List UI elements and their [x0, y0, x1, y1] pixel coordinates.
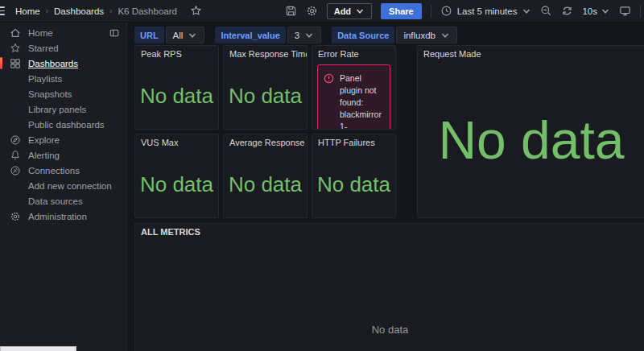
panel-request-made: Request Made No data	[417, 45, 644, 218]
top-nav-bar: Home › Dashboards › K6 Dashboard Add	[0, 0, 644, 23]
panel-error-rate: Error Rate Panel plugin not found: black…	[312, 45, 396, 130]
sidebar-item-label: Add new connection	[28, 181, 112, 191]
menu-icon[interactable]	[0, 5, 6, 18]
sidebar-item-label: Public dashboards	[28, 120, 105, 130]
sidebar-nav: Home Starred Dashboards Playlists Snapsh…	[0, 23, 127, 351]
sidebar-item-home[interactable]: Home	[0, 25, 126, 40]
sidebar-item-label: Explore	[28, 135, 60, 145]
toolbar-divider	[640, 5, 641, 18]
time-range-picker[interactable]: Last 5 minutes	[440, 5, 532, 17]
app-body: Home Starred Dashboards Playlists Snapsh…	[0, 23, 644, 351]
dashboard-settings-gear-icon[interactable]	[306, 5, 318, 17]
no-data-text: No data	[140, 84, 213, 109]
sidebar-item-label: Snapshots	[28, 89, 72, 99]
refresh-icon[interactable]	[561, 5, 573, 17]
plug-icon	[10, 165, 21, 176]
sidebar-item-connections[interactable]: Connections	[0, 163, 126, 178]
breadcrumb: Home › Dashboards › K6 Dashboard	[15, 5, 202, 17]
sidebar-item-add-new-connection[interactable]: Add new connection	[0, 178, 126, 193]
monitor-icon[interactable]	[619, 5, 631, 17]
no-data-text: No data	[229, 172, 302, 197]
sidebar-item-label: Data sources	[28, 196, 83, 206]
chevron-down-icon	[188, 31, 197, 40]
variable-interval-value: 3	[295, 31, 299, 40]
breadcrumb-separator: ›	[109, 6, 112, 15]
panel-peak-rps: Peak RPS No data	[134, 45, 219, 130]
share-button-label: Share	[389, 6, 414, 16]
no-data-text: No data	[140, 172, 213, 197]
panel-title[interactable]: Error Rate	[312, 46, 395, 63]
panel-title[interactable]: HTTP Failures	[312, 134, 395, 151]
breadcrumb-home[interactable]: Home	[15, 6, 40, 16]
sidebar-item-explore[interactable]: Explore	[0, 132, 126, 147]
clock-icon	[440, 5, 452, 17]
sidebar-item-administration[interactable]: Administration	[0, 209, 126, 224]
panel-plugin-error: Panel plugin not found: blackmirror1-sin…	[317, 64, 390, 130]
sidebar-item-starred[interactable]: Starred	[0, 40, 126, 56]
sidebar-item-label: Connections	[28, 166, 80, 176]
sidebar-item-label: Home	[28, 28, 53, 38]
no-data-text: No data	[229, 84, 302, 109]
sidebar-item-data-sources[interactable]: Data sources	[0, 193, 126, 209]
variable-url-dropdown[interactable]: All	[166, 27, 205, 43]
sidebar-item-label: Dashboards	[28, 59, 78, 68]
variable-interval-dropdown[interactable]: 3	[287, 27, 321, 43]
breadcrumb-current-dashboard: K6 Dashboard	[118, 6, 177, 16]
add-button-label: Add	[334, 6, 351, 16]
panel-title[interactable]: Request Made	[418, 46, 644, 63]
panel-all-metrics: ALL METRICS No data	[134, 223, 644, 351]
panel-title[interactable]: Peak RPS	[135, 46, 218, 63]
variable-url-label: URL	[134, 27, 164, 43]
add-button[interactable]: Add	[327, 3, 372, 19]
panel-title[interactable]: Average Response Ti	[224, 134, 307, 151]
dashboard-variables: URL All Interval_value 3 Data Source inf…	[134, 27, 457, 43]
variable-data-source: Data Source influxdb	[332, 27, 457, 43]
sidebar-item-alerting[interactable]: Alerting	[0, 147, 126, 163]
favorite-star-icon[interactable]	[190, 5, 202, 17]
variable-data-source-dropdown[interactable]: influxdb	[396, 27, 457, 43]
panel-title[interactable]: VUS Max	[135, 134, 218, 151]
panel-average-response-time: Average Response Ti No data	[223, 134, 308, 218]
link-preview-tooltip	[0, 346, 76, 351]
refresh-interval-label: 10s	[582, 6, 597, 16]
star-icon	[10, 43, 21, 54]
sidebar-item-label: Alerting	[28, 151, 60, 160]
sidebar-item-label: Starred	[28, 43, 59, 53]
breadcrumb-dashboards[interactable]: Dashboards	[54, 6, 104, 16]
no-data-text: No data	[438, 109, 624, 171]
variable-url: URL All	[134, 27, 204, 43]
panel-title[interactable]: Max Response Time	[224, 46, 307, 63]
error-message: Panel plugin not found: blackmirror1-sin…	[340, 72, 386, 130]
breadcrumb-separator: ›	[46, 6, 48, 15]
variable-data-source-label: Data Source	[332, 27, 394, 43]
panel-vus-max: VUS Max No data	[134, 134, 219, 218]
sidebar-item-public-dashboards[interactable]: Public dashboards	[0, 117, 126, 132]
variable-interval-value: Interval_value 3	[215, 27, 321, 43]
topbar-actions: Add Share Last 5 minutes	[285, 3, 641, 19]
chevron-down-icon	[601, 6, 610, 16]
save-dashboard-icon[interactable]	[285, 5, 297, 17]
toolbar-divider	[431, 5, 431, 18]
share-button[interactable]: Share	[381, 3, 422, 19]
compass-icon	[10, 134, 21, 146]
sidebar-item-snapshots[interactable]: Snapshots	[0, 86, 126, 101]
chevron-down-icon	[522, 6, 531, 16]
chevron-down-icon	[304, 31, 314, 40]
variable-url-value: All	[173, 31, 184, 40]
dashboard-canvas: URL All Interval_value 3 Data Source inf…	[127, 23, 644, 351]
sidebar-item-label: Library panels	[28, 105, 86, 114]
panel-max-response-time: Max Response Time No data	[223, 45, 308, 130]
sidebar-item-dashboards[interactable]: Dashboards	[0, 56, 126, 71]
sidebar-item-label: Administration	[28, 212, 87, 221]
panel-title[interactable]: ALL METRICS	[135, 224, 644, 241]
zoom-out-icon[interactable]	[540, 5, 552, 17]
variable-data-source-value: influxdb	[403, 31, 436, 40]
panel-http-failures: HTTP Failures No data	[312, 134, 396, 218]
chevron-down-icon	[440, 31, 450, 40]
sidebar-item-playlists[interactable]: Playlists	[0, 71, 126, 86]
refresh-interval-picker[interactable]: 10s	[582, 6, 610, 16]
sidebar-item-library-panels[interactable]: Library panels	[0, 101, 126, 117]
home-icon	[10, 27, 21, 39]
gear-icon	[10, 211, 21, 222]
bell-icon	[10, 150, 21, 161]
